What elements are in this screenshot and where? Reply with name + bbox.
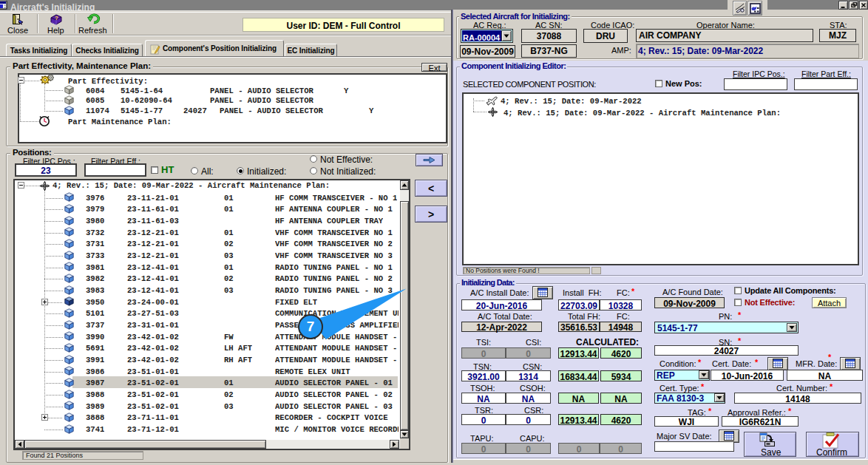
svg-text:?: ?	[55, 15, 58, 21]
